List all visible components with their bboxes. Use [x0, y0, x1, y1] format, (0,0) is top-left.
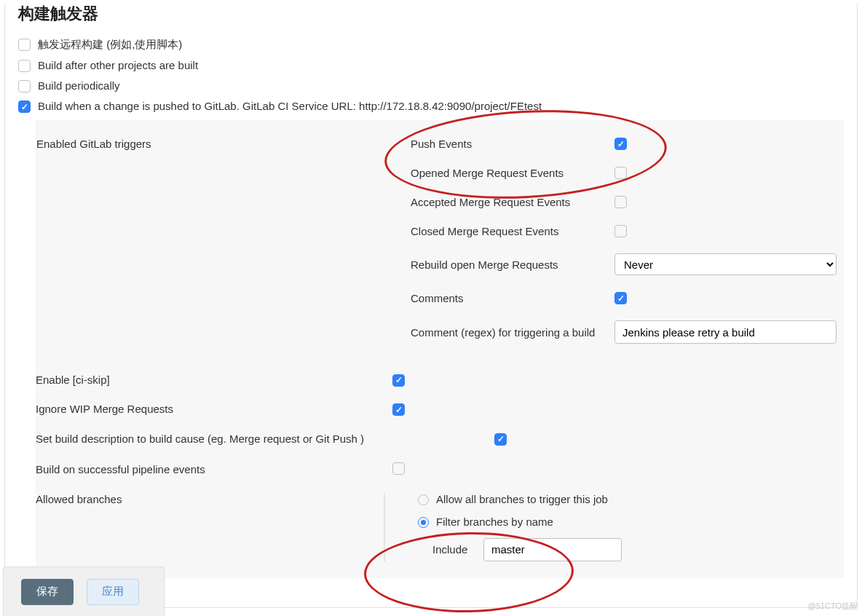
- branch-allow-all-radio[interactable]: [418, 494, 429, 505]
- enabled-triggers-heading: Enabled GitLab triggers: [36, 138, 151, 150]
- ci-skip-label: Enable [ci-skip]: [36, 374, 110, 386]
- push-events-label: Push Events: [411, 138, 472, 150]
- branch-allow-all-row: Allow all branches to trigger this job: [418, 493, 844, 505]
- watermark: @51CTO提醒: [808, 601, 858, 612]
- ignore-wip-checkbox[interactable]: [392, 403, 405, 416]
- trigger-after-projects-checkbox[interactable]: [18, 60, 31, 72]
- section-title: 构建触发器: [18, 3, 844, 25]
- accepted-mr-label: Accepted Merge Request Events: [411, 196, 570, 208]
- branch-allow-all-label: Allow all branches to trigger this job: [436, 493, 608, 505]
- branch-filter-name-radio[interactable]: [418, 517, 429, 528]
- closed-mr-label: Closed Merge Request Events: [411, 225, 558, 237]
- opened-mr-checkbox[interactable]: [614, 167, 627, 179]
- gitlab-subsection: Enabled GitLab triggers Push Events Open…: [36, 120, 844, 578]
- apply-button[interactable]: 应用: [87, 579, 139, 605]
- comment-regex-input[interactable]: [614, 320, 837, 344]
- button-bar: 保存 应用: [3, 566, 165, 616]
- trigger-row-remote: 触发远程构建 (例如,使用脚本): [18, 38, 844, 52]
- trigger-row-periodic: Build periodically: [18, 79, 844, 92]
- set-desc-checkbox[interactable]: [494, 433, 507, 446]
- trigger-remote-checkbox[interactable]: [18, 39, 31, 51]
- allowed-branches-heading: Allowed branches: [36, 493, 122, 505]
- rebuild-open-mr-select[interactable]: Never: [614, 253, 837, 275]
- trigger-after-projects-label: Build after other projects are built: [38, 59, 198, 71]
- trigger-remote-label: 触发远程构建 (例如,使用脚本): [38, 38, 182, 52]
- trigger-row-after-projects: Build after other projects are built: [18, 59, 844, 72]
- ignore-wip-label: Ignore WIP Merge Requests: [36, 403, 173, 415]
- comment-regex-label: Comment (regex) for triggering a build: [411, 326, 595, 339]
- comments-label: Comments: [411, 292, 464, 304]
- branch-include-input[interactable]: [483, 538, 622, 561]
- ci-skip-checkbox[interactable]: [392, 374, 405, 387]
- trigger-gitlab-checkbox[interactable]: [18, 100, 31, 113]
- trigger-gitlab-label: Build when a change is pushed to GitLab.…: [38, 100, 542, 112]
- branch-filter-name-label: Filter branches by name: [436, 516, 553, 528]
- trigger-periodic-checkbox[interactable]: [18, 80, 31, 92]
- branch-include-label: Include: [432, 543, 483, 556]
- accepted-mr-checkbox[interactable]: [614, 196, 627, 208]
- save-button[interactable]: 保存: [21, 579, 74, 605]
- opened-mr-label: Opened Merge Request Events: [411, 167, 564, 179]
- closed-mr-checkbox[interactable]: [614, 225, 627, 237]
- pipeline-events-checkbox[interactable]: [392, 462, 405, 475]
- branch-include-row: Include: [432, 538, 844, 561]
- rebuild-open-mr-label: Rebuild open Merge Requests: [411, 258, 558, 271]
- trigger-periodic-label: Build periodically: [38, 79, 120, 92]
- push-events-checkbox[interactable]: [614, 138, 627, 150]
- trigger-row-gitlab: Build when a change is pushed to GitLab.…: [18, 100, 844, 113]
- set-desc-label: Set build description to build cause (eg…: [36, 433, 364, 445]
- branch-filter-name-row: Filter branches by name: [418, 516, 844, 528]
- pipeline-events-label: Build on successful pipeline events: [36, 463, 205, 475]
- comments-checkbox[interactable]: [614, 292, 627, 304]
